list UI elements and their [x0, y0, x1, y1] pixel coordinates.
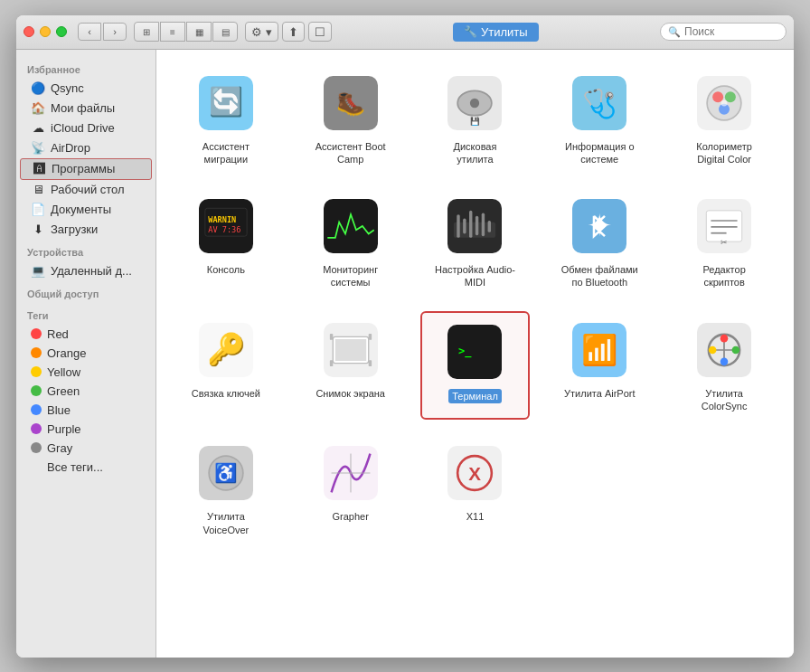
svg-rect-44: [368, 360, 371, 366]
svg-rect-28: [488, 221, 491, 232]
folder-title-label: Утилиты: [481, 25, 528, 39]
app-label-console: Консоль: [207, 263, 245, 276]
app-label-screenshot: Снимок экрана: [316, 387, 385, 400]
grid-item-voiceover[interactable]: ♿ Утилита VoiceOver: [171, 434, 281, 544]
sidebar-item-airdrop[interactable]: 📡 AirDrop: [20, 138, 152, 158]
grid-item-screenshot[interactable]: Снимок экрана: [296, 311, 406, 421]
view-cover-btn[interactable]: ▤: [212, 22, 238, 42]
sidebar-item-qsync[interactable]: 🔵 Qsync: [20, 79, 152, 99]
sidebar-tag-all-tags[interactable]: Все теги...: [20, 458, 152, 477]
grid-item-airport[interactable]: 📶 Утилита AirPort: [544, 311, 655, 421]
sidebar-item-docs[interactable]: 📄 Документы: [20, 200, 152, 220]
grid-item-audiomidi[interactable]: Настройка Audio-MIDI: [420, 187, 531, 297]
traffic-lights: [24, 26, 67, 37]
tag-label-yellow: Yellow: [47, 365, 80, 379]
app-icon-airport: 📶: [568, 318, 631, 382]
sidebar-tag-green[interactable]: Green: [20, 382, 152, 401]
svg-rect-42: [368, 334, 371, 340]
grid-item-grapher[interactable]: Grapher: [296, 434, 406, 544]
sidebar-item-myfiles[interactable]: 🏠 Мои файлы: [20, 99, 152, 118]
sidebar-tag-red[interactable]: Red: [20, 325, 152, 344]
grid-item-bootcamp[interactable]: 🥾 Ассистент Boot Camp: [296, 64, 406, 174]
grid-item-keychain[interactable]: 🔑 Связка ключей: [171, 311, 281, 421]
shared-label: Общий доступ: [16, 281, 155, 303]
tag-label-gray: Gray: [47, 441, 72, 455]
tags-label: Теги: [16, 303, 155, 325]
sidebar-item-icloud[interactable]: ☁ iCloud Drive: [20, 118, 152, 138]
app-icon-voiceover: ♿: [194, 441, 258, 505]
folder-title-tab: 🔧 Утилиты: [453, 23, 539, 42]
view-list-btn[interactable]: ≡: [160, 22, 185, 42]
sidebar-tag-gray[interactable]: Gray: [20, 439, 152, 458]
airdrop-icon: 📡: [31, 141, 45, 156]
settings-action-button[interactable]: ⚙ ▾: [245, 22, 278, 42]
search-box[interactable]: 🔍: [660, 23, 786, 41]
sidebar-item-desktop[interactable]: 🖥 Рабочий стол: [20, 180, 152, 200]
tag-dot-blue: [31, 404, 42, 415]
tag-dot-red: [31, 328, 42, 339]
app-label-migration: Ассистент миграции: [185, 140, 267, 166]
forward-button[interactable]: ›: [103, 23, 127, 41]
grid-item-bluetooth[interactable]: ✦ Обмен файлами по Bluetooth: [544, 187, 655, 297]
app-icon-colorimeter: [692, 71, 756, 135]
sidebar-item-remote[interactable]: 💻 Удаленный д...: [20, 261, 152, 281]
myfiles-icon: 🏠: [31, 101, 45, 116]
window-button[interactable]: ☐: [308, 22, 332, 42]
sidebar-tag-blue[interactable]: Blue: [20, 401, 152, 420]
grid-item-migration[interactable]: 🔄 Ассистент миграции: [171, 64, 281, 174]
svg-point-56: [721, 357, 729, 365]
view-column-btn[interactable]: ▦: [186, 22, 212, 42]
svg-text:🔄: 🔄: [209, 84, 244, 118]
desktop-icon: 🖥: [31, 183, 45, 197]
sidebar-tag-yellow[interactable]: Yellow: [20, 363, 152, 382]
svg-rect-45: [335, 339, 366, 361]
app-icon-activity: [319, 194, 382, 258]
app-icon-bootcamp: 🥾: [319, 71, 382, 135]
grid-item-console[interactable]: WARNIN AV 7:36 Консоль: [171, 187, 281, 297]
grid-item-x11[interactable]: X X11: [420, 434, 531, 544]
svg-text:📶: 📶: [581, 332, 618, 368]
svg-text:✦: ✦: [587, 208, 612, 242]
grid-item-disk[interactable]: 💾 Дисковая утилита: [420, 64, 531, 174]
svg-text:🔑: 🔑: [206, 331, 245, 368]
app-icon-screenshot: [319, 318, 382, 382]
grid-item-terminal[interactable]: >_ Терминал: [420, 311, 531, 421]
app-label-audiomidi: Настройка Audio-MIDI: [434, 263, 515, 289]
app-label-voiceover: Утилита VoiceOver: [185, 510, 267, 536]
share-button[interactable]: ⬆: [282, 22, 305, 42]
back-button[interactable]: ‹: [78, 23, 101, 41]
grid-item-activity[interactable]: Мониторинг системы: [296, 187, 406, 297]
programs-icon: 🅰: [32, 162, 46, 176]
app-icon-x11: X: [443, 441, 506, 505]
svg-text:♿: ♿: [214, 461, 238, 485]
svg-text:🥾: 🥾: [336, 89, 366, 117]
grid-item-colorsync[interactable]: Утилита ColorSync: [669, 311, 779, 421]
view-icon-btn[interactable]: ⊞: [134, 22, 159, 42]
grid-item-sysinfo[interactable]: 🩺 Информация о системе: [544, 64, 655, 174]
svg-point-13: [725, 91, 736, 102]
action-buttons: ⚙ ▾ ⬆ ☐: [245, 22, 332, 42]
search-input[interactable]: [684, 25, 778, 38]
sidebar-item-programs[interactable]: 🅰 Программы: [20, 158, 152, 180]
sidebar-item-downloads[interactable]: ⬇ Загрузки: [20, 220, 152, 240]
sidebar-tag-purple[interactable]: Purple: [20, 420, 152, 439]
downloads-icon: ⬇: [31, 222, 45, 237]
remote-icon: 💻: [31, 264, 45, 279]
svg-text:AV 7:36: AV 7:36: [208, 225, 240, 234]
file-grid: 🔄 Ассистент миграции 🥾 Ассистент Boot Ca…: [156, 50, 794, 658]
tag-label-all-tags: Все теги...: [47, 460, 103, 474]
maximize-button[interactable]: [56, 26, 67, 37]
sidebar-tag-orange[interactable]: Orange: [20, 344, 152, 363]
app-icon-bluetooth: ✦: [568, 194, 631, 258]
svg-rect-43: [330, 360, 333, 366]
grid-item-script[interactable]: ✂ Редактор скриптов: [669, 187, 779, 297]
app-icon-colorsync: [692, 318, 756, 382]
grid-item-colorimeter[interactable]: Колориметр Digital Color: [669, 64, 779, 174]
app-label-airport: Утилита AirPort: [564, 387, 635, 400]
app-icon-migration: 🔄: [194, 71, 258, 135]
titlebar: ‹ › ⊞ ≡ ▦ ▤ ⚙ ▾ ⬆ ☐ 🔧 Утилиты 🔍: [16, 15, 794, 50]
close-button[interactable]: [24, 26, 34, 37]
minimize-button[interactable]: [40, 26, 51, 37]
docs-icon: 📄: [31, 203, 45, 217]
svg-rect-27: [482, 213, 485, 237]
